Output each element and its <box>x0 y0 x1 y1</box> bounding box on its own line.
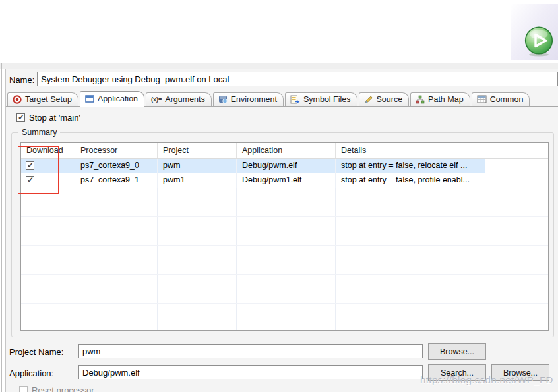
stop-at-main-row: Stop at 'main' <box>16 113 80 123</box>
empty-row <box>21 304 548 318</box>
empty-row <box>21 275 548 289</box>
empty-row <box>21 318 548 331</box>
download-cell <box>21 173 75 188</box>
browse-application-button[interactable]: Browse... <box>491 364 549 381</box>
application-input[interactable] <box>78 365 423 379</box>
debug-configuration-pane: Name: Target Setup Application (x)= Argu… <box>5 69 558 392</box>
column-header-project[interactable]: Project <box>158 143 237 158</box>
empty-row <box>21 231 548 246</box>
application-cell: Debug/pwm.elf <box>237 159 336 173</box>
tab-label: Target Setup <box>25 95 72 104</box>
name-label: Name: <box>9 75 34 85</box>
empty-row <box>21 202 548 217</box>
column-header-download[interactable]: Download <box>21 143 75 158</box>
stop-at-main-label: Stop at 'main' <box>29 113 80 123</box>
reset-processor-row: Reset processor <box>19 385 94 392</box>
summary-group-label: Summary <box>18 128 60 137</box>
details-cell: stop at entry = false, relocate elf ... <box>336 159 485 173</box>
download-checkbox[interactable] <box>26 161 34 170</box>
column-header-details[interactable]: Details <box>336 143 485 158</box>
table-row[interactable]: ps7_cortexa9_0 pwm Debug/pwm.elf stop at… <box>21 159 548 173</box>
tab-path-map[interactable]: Path Map <box>410 92 470 106</box>
search-application-button[interactable]: Search... <box>428 364 486 381</box>
reset-processor-checkbox[interactable] <box>19 386 28 392</box>
application-window-icon <box>85 94 94 103</box>
tab-label: Application <box>98 94 138 103</box>
column-header-application[interactable]: Application <box>237 143 336 158</box>
summary-group: Summary Download Processor Project Appli… <box>11 132 554 337</box>
project-name-label: Project Name: <box>9 347 63 357</box>
tab-label: Environment <box>231 95 277 104</box>
tab-source[interactable]: Source <box>359 92 410 106</box>
filler-cell <box>485 173 548 188</box>
table-row[interactable]: ps7_cortexa9_1 pwm1 Debug/pwm1.elf stop … <box>21 173 548 188</box>
pane-left-edge <box>1 63 2 392</box>
download-cell <box>21 159 75 173</box>
run-button[interactable] <box>524 26 555 57</box>
tab-label: Path Map <box>428 95 464 104</box>
download-checkbox[interactable] <box>26 176 34 184</box>
application-label: Application: <box>9 368 53 378</box>
column-header-filler <box>485 143 548 158</box>
summary-table: Download Processor Project Application D… <box>20 142 549 331</box>
stop-at-main-checkbox[interactable] <box>16 113 25 122</box>
details-cell: stop at entry = false, profile enabl... <box>336 173 485 188</box>
browse-project-button[interactable]: Browse... <box>428 343 486 360</box>
filler-cell <box>485 159 548 173</box>
empty-row <box>21 188 548 202</box>
table-header-row: Download Processor Project Application D… <box>21 143 548 159</box>
arguments-icon: (x)= <box>151 96 162 103</box>
project-cell: pwm1 <box>158 173 237 188</box>
tab-environment[interactable]: Environment <box>213 92 284 106</box>
project-name-input[interactable] <box>78 344 423 358</box>
processor-cell: ps7_cortexa9_0 <box>75 159 158 173</box>
empty-row <box>21 260 548 275</box>
tab-label: Source <box>377 95 403 104</box>
tab-label: Arguments <box>165 95 204 104</box>
empty-row <box>21 289 548 304</box>
tab-symbol-files[interactable]: Symbol Files <box>285 92 357 106</box>
column-header-processor[interactable]: Processor <box>75 143 158 158</box>
tab-label: Common <box>490 95 524 104</box>
application-cell: Debug/pwm1.elf <box>237 173 336 188</box>
environment-icon <box>218 95 228 104</box>
reset-processor-label: Reset processor <box>32 385 94 392</box>
pane-splitter[interactable] <box>0 63 558 69</box>
empty-row <box>21 217 548 231</box>
symbol-files-icon <box>290 95 300 104</box>
tab-common[interactable]: Common <box>472 92 530 106</box>
tab-label: Symbol Files <box>303 95 351 104</box>
tab-application[interactable]: Application <box>80 91 144 107</box>
run-icon <box>524 26 555 57</box>
tabbar: Target Setup Application (x)= Arguments … <box>7 90 558 106</box>
target-icon <box>13 95 22 104</box>
path-map-icon <box>416 95 425 104</box>
tab-arguments[interactable]: (x)= Arguments <box>146 92 212 106</box>
processor-cell: ps7_cortexa9_1 <box>75 173 158 188</box>
source-icon <box>364 95 373 104</box>
configuration-name-input[interactable] <box>37 72 558 86</box>
project-cell: pwm <box>158 159 237 173</box>
empty-row <box>21 246 548 260</box>
common-icon <box>477 95 487 103</box>
tab-target-setup[interactable]: Target Setup <box>7 92 78 106</box>
